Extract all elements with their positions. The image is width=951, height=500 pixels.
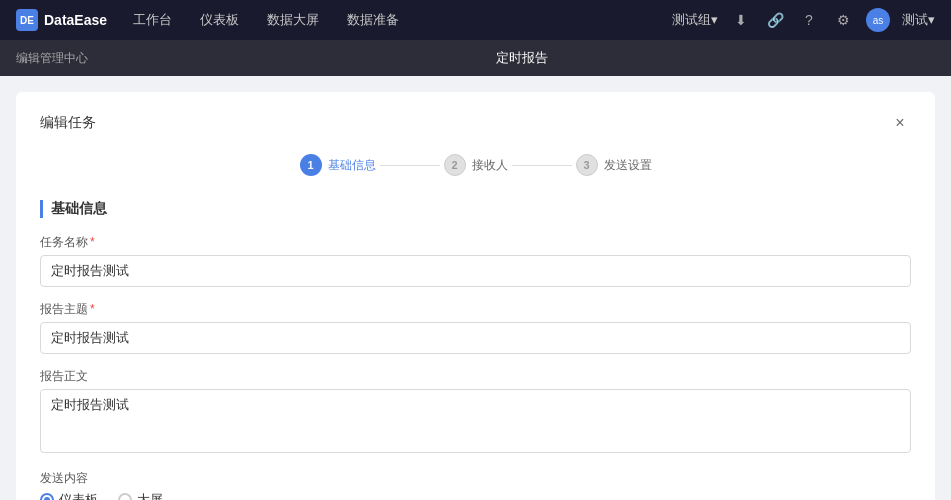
step-connector-1 — [380, 165, 440, 166]
close-button[interactable]: × — [889, 112, 911, 134]
modal-card: 编辑任务 × 1 基础信息 2 接收人 3 — [16, 92, 935, 500]
step-3-circle: 3 — [576, 154, 598, 176]
avatar-initials: as — [873, 15, 884, 26]
form-group-task-name: 任务名称* — [40, 234, 911, 287]
settings-icon[interactable]: ⚙ — [832, 9, 854, 31]
logo-icon: DE — [16, 9, 38, 31]
step-3-label[interactable]: 发送设置 — [604, 157, 652, 174]
help-icon[interactable]: ? — [798, 9, 820, 31]
task-name-label: 任务名称* — [40, 234, 911, 251]
report-body-label: 报告正文 — [40, 368, 911, 385]
nav-item-dashboard[interactable]: 仪表板 — [194, 7, 245, 33]
send-content-label: 发送内容 — [40, 470, 911, 487]
steps: 1 基础信息 2 接收人 3 发送设置 — [40, 154, 911, 176]
org-text[interactable]: 测试组▾ — [672, 11, 718, 29]
radio-bigscreen[interactable]: 大屏 — [118, 491, 163, 500]
radio-bigscreen-circle — [118, 493, 132, 500]
page-content: 编辑任务 × 1 基础信息 2 接收人 3 — [0, 76, 951, 500]
nav-items: 工作台 仪表板 数据大屏 数据准备 — [127, 7, 405, 33]
step-2: 2 接收人 — [444, 154, 508, 176]
form-group-report-body: 报告正文 定时报告测试 — [40, 368, 911, 456]
report-subject-input[interactable] — [40, 322, 911, 354]
report-subject-label: 报告主题* — [40, 301, 911, 318]
top-nav-right: 测试组▾ ⬇ 🔗 ? ⚙ as 测试▾ — [672, 8, 935, 32]
report-body-textarea[interactable]: 定时报告测试 — [40, 389, 911, 453]
logo-text: DataEase — [44, 12, 107, 28]
nav-item-workspace[interactable]: 工作台 — [127, 7, 178, 33]
user-name[interactable]: 测试▾ — [902, 11, 935, 29]
download-icon[interactable]: ⬇ — [730, 9, 752, 31]
task-name-input[interactable] — [40, 255, 911, 287]
form-group-report-subject: 报告主题* — [40, 301, 911, 354]
step-connector-2 — [512, 165, 572, 166]
modal-header: 编辑任务 × — [40, 112, 911, 134]
step-1-label[interactable]: 基础信息 — [328, 157, 376, 174]
step-3: 3 发送设置 — [576, 154, 652, 176]
radio-dashboard[interactable]: 仪表板 — [40, 491, 98, 500]
step-1-circle: 1 — [300, 154, 322, 176]
form-group-send-content: 发送内容 仪表板 大屏 — [40, 470, 911, 500]
share-icon[interactable]: 🔗 — [764, 9, 786, 31]
user-avatar[interactable]: as — [866, 8, 890, 32]
sub-nav-title: 定时报告 — [496, 49, 548, 67]
radio-dashboard-circle — [40, 493, 54, 500]
nav-item-dataprep[interactable]: 数据准备 — [341, 7, 405, 33]
breadcrumb[interactable]: 编辑管理中心 — [16, 50, 88, 67]
nav-item-bigscreen[interactable]: 数据大屏 — [261, 7, 325, 33]
step-1: 1 基础信息 — [300, 154, 376, 176]
sub-nav: 编辑管理中心 定时报告 — [0, 40, 951, 76]
send-content-radio-group: 仪表板 大屏 — [40, 491, 911, 500]
step-2-label[interactable]: 接收人 — [472, 157, 508, 174]
top-nav: DE DataEase 工作台 仪表板 数据大屏 数据准备 测试组▾ ⬇ 🔗 ?… — [0, 0, 951, 40]
step-2-circle: 2 — [444, 154, 466, 176]
logo[interactable]: DE DataEase — [16, 9, 107, 31]
modal-title: 编辑任务 — [40, 114, 96, 132]
section-title: 基础信息 — [40, 200, 911, 218]
